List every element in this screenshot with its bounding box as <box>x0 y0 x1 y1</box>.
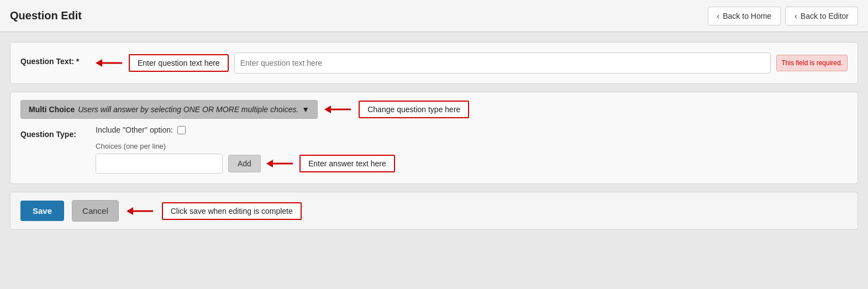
question-text-field-area: Enter question text here This field is r… <box>96 52 848 73</box>
svg-marker-5 <box>266 160 273 167</box>
question-text-row: Question Text: * Enter question text her… <box>20 52 848 73</box>
question-type-annotation: Change question type here <box>359 101 469 118</box>
choices-input-row: Add Enter answer text here <box>96 154 848 174</box>
arrow-left-red-icon-2 <box>324 103 352 116</box>
question-text-label: Question Text: * <box>20 52 87 66</box>
question-text-input-row: Enter question text here This field is r… <box>96 52 848 73</box>
question-text-annotation: Enter question text here <box>129 54 229 72</box>
svg-marker-3 <box>324 106 331 113</box>
question-type-top: Multi Choice Users will answer by select… <box>10 92 858 119</box>
back-to-home-button[interactable]: ‹ Back to Home <box>708 7 781 25</box>
question-type-dropdown[interactable]: Multi Choice Users will answer by select… <box>20 100 318 119</box>
arrow-left-red-icon-3 <box>266 157 294 170</box>
arrow-indicator-question <box>96 56 123 70</box>
question-type-section: Multi Choice Users will answer by select… <box>10 92 858 184</box>
bottom-action-bar: Save Cancel Click save when editing is c… <box>10 192 858 230</box>
svg-marker-1 <box>96 59 102 67</box>
dropdown-strong-label: Multi Choice <box>29 105 75 114</box>
back-to-editor-button[interactable]: ‹ Back to Editor <box>785 7 858 25</box>
question-type-content-row: Question Type: Include "Other" option: C… <box>20 125 848 174</box>
arrow-indicator-answer <box>266 157 294 170</box>
answer-annotation: Enter answer text here <box>299 155 395 172</box>
page-header: Question Edit ‹ Back to Home ‹ Back to E… <box>0 0 868 32</box>
choices-label: Choices (one per line) <box>96 142 848 150</box>
choices-text-input[interactable] <box>96 154 223 174</box>
dropdown-chevron-icon: ▼ <box>302 105 309 114</box>
include-other-label: Include "Other" option: <box>96 125 173 134</box>
back-editor-label: Back to Editor <box>801 12 849 20</box>
save-button[interactable]: Save <box>20 201 64 221</box>
cancel-button[interactable]: Cancel <box>72 200 119 222</box>
dropdown-italic-label: Users will answer by selecting ONE OR MO… <box>78 105 298 114</box>
back-home-label: Back to Home <box>723 12 771 20</box>
arrow-left-red-icon-4 <box>127 204 154 218</box>
include-other-row: Include "Other" option: <box>96 125 848 134</box>
required-field-tooltip: This field is required. <box>776 55 848 72</box>
svg-marker-7 <box>127 207 133 215</box>
question-type-content-area: Include "Other" option: Choices (one per… <box>96 125 848 174</box>
question-text-input[interactable] <box>234 52 771 73</box>
save-annotation: Click save when editing is complete <box>162 202 302 220</box>
include-other-checkbox[interactable] <box>177 126 186 134</box>
question-type-label: Question Type: <box>20 125 87 139</box>
main-content: Question Text: * Enter question text her… <box>0 32 868 289</box>
chevron-left-icon-2: ‹ <box>795 12 797 20</box>
arrow-indicator-save <box>127 204 154 218</box>
add-choice-button[interactable]: Add <box>228 155 261 172</box>
question-type-body: Question Type: Include "Other" option: C… <box>10 119 858 183</box>
arrow-left-red-icon <box>96 56 123 70</box>
arrow-indicator-type <box>324 103 352 116</box>
question-text-section: Question Text: * Enter question text her… <box>10 42 858 84</box>
header-button-group: ‹ Back to Home ‹ Back to Editor <box>708 7 858 25</box>
chevron-left-icon: ‹ <box>717 12 720 20</box>
page-title: Question Edit <box>10 9 82 22</box>
